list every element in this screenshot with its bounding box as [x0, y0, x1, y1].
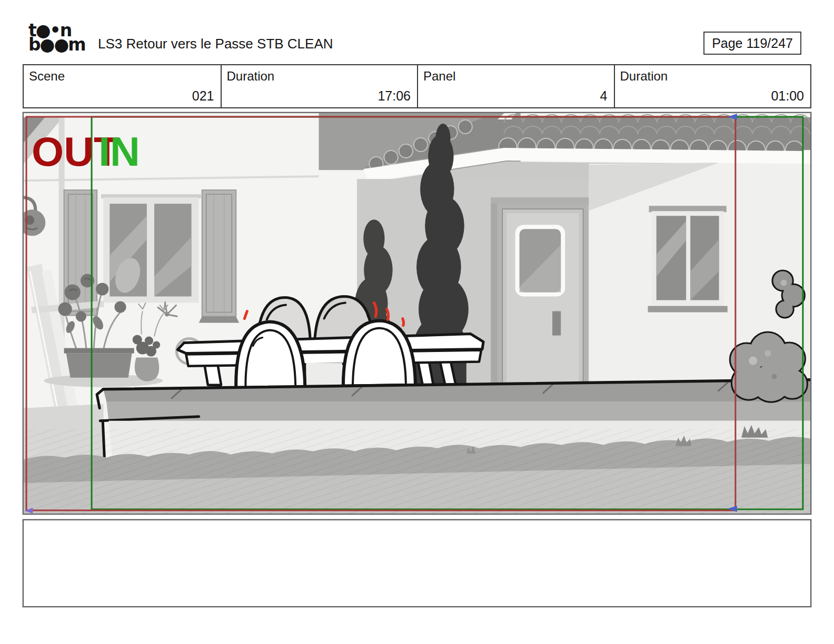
panel-duration-label: Duration	[620, 69, 668, 84]
shot-info-table: Scene 021 Duration 17:06 Panel 4 Duratio…	[23, 64, 811, 108]
scene-duration-label: Duration	[227, 69, 275, 84]
grass	[24, 425, 810, 514]
scene-duration-cell: Duration 17:06	[221, 65, 418, 107]
panel-label: Panel	[423, 69, 455, 84]
storyboard-page: t●•n b●●m LS3 Retour vers le Passe STB C…	[0, 0, 834, 644]
panel-duration-cell: Duration 01:00	[614, 65, 811, 107]
panel-value: 4	[600, 88, 608, 104]
in-label: IN	[98, 128, 140, 175]
bush-sketch-large	[731, 333, 807, 401]
right-window	[648, 206, 728, 312]
scene-label: Scene	[29, 69, 65, 84]
scene-value: 021	[192, 88, 214, 104]
scene-duration-value: 17:06	[378, 88, 411, 104]
left-window	[101, 194, 201, 303]
page-indicator: Page 119/247	[703, 32, 801, 55]
logo-line-2: b●●m	[28, 37, 85, 52]
entry-door	[491, 197, 594, 390]
storyboard-panel: OUT IN	[23, 112, 811, 515]
panel-duration-value: 01:00	[771, 88, 804, 104]
panel-cell: Panel 4	[417, 65, 614, 107]
caption-box	[23, 519, 811, 607]
scene-image: OUT IN	[24, 113, 810, 514]
toonboom-logo: t●•n b●●m	[28, 23, 85, 52]
scene-cell: Scene 021	[24, 65, 221, 107]
door-handle	[552, 311, 561, 335]
project-title: LS3 Retour vers le Passe STB CLEAN	[98, 36, 333, 52]
page-indicator-label: Page 119/247	[712, 36, 793, 51]
